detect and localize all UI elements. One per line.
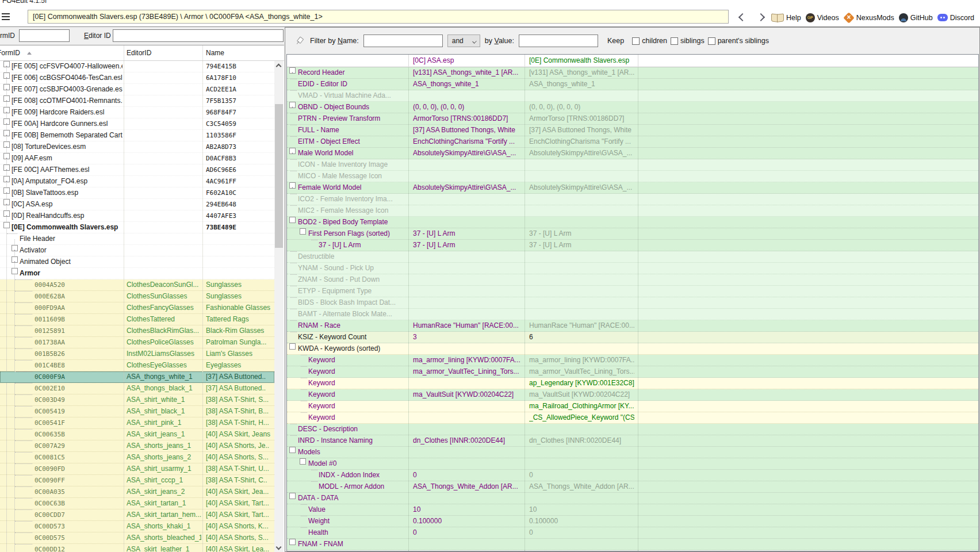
nav-back-icon[interactable] xyxy=(738,13,747,21)
field-row[interactable]: MICO - Male Message Icon xyxy=(287,171,978,182)
tree-row-record[interactable]: 0C00C63BASA_skirt_tartan_1[40] ASA Skirt… xyxy=(0,498,274,509)
toolbar-link-nexusmods[interactable]: NexusMods xyxy=(844,14,894,22)
tree-row[interactable]: +Animated Object xyxy=(0,256,274,268)
children-checkbox[interactable] xyxy=(632,37,640,45)
editorid-search-input[interactable] xyxy=(113,29,284,42)
scroll-down-icon[interactable] xyxy=(276,545,282,550)
tree-row-record[interactable]: 0C007A29ASA_shorts_jeans_1[40] ASA Short… xyxy=(0,440,274,452)
tree-row-record[interactable]: 0C005419ASA_shirt_black_1[38] ASA T-Shir… xyxy=(0,406,274,417)
field-row[interactable]: ICO2 - Female Inventory Ima... xyxy=(287,194,978,205)
scroll-up-icon[interactable] xyxy=(276,64,282,70)
expand-icon[interactable]: + xyxy=(289,148,296,154)
field-row[interactable]: KSIZ - Keyword Count36 xyxy=(287,332,978,343)
tree-row[interactable]: -Armor xyxy=(0,268,274,279)
tree-row[interactable]: +Activator xyxy=(0,245,274,256)
field-row[interactable]: FULL - Name[37] ASA Buttoned Thongs, Whi… xyxy=(287,125,978,136)
field-row[interactable]: -Model #0 xyxy=(287,458,978,470)
column-header-formid[interactable]: FormID xyxy=(0,49,20,57)
expand-icon[interactable]: + xyxy=(3,164,10,171)
field-row[interactable]: -Models xyxy=(287,447,978,458)
breadcrumb[interactable]: [0E] Commonwealth Slavers.esp (73BE489E)… xyxy=(28,10,729,24)
field-row[interactable]: ETYP - Equipment Type xyxy=(287,286,978,297)
field-row[interactable]: +OBND - Object Bounds(0, 0, 0), (0, 0, 0… xyxy=(287,102,978,113)
field-row[interactable]: INRD - Instance Namingdn_Clothes [INNR:0… xyxy=(287,435,978,447)
filter-name-input[interactable] xyxy=(363,34,443,47)
field-row[interactable]: -DATA - DATA xyxy=(287,493,978,504)
collapse-icon[interactable]: - xyxy=(289,217,296,223)
field-row[interactable]: +Male World ModelAbsolutelySkimpyAttire\… xyxy=(287,148,978,159)
tree-row[interactable]: +[FE 009] Hardcore Raiders.esl968F84F7 xyxy=(0,107,274,118)
field-row[interactable]: 37 - [U] L Arm37 - [U] L Arm37 - [U] L A… xyxy=(287,240,978,251)
tree-row[interactable]: +[FE 005] ccFSVFO4007-Halloween.esl794E4… xyxy=(0,61,274,72)
field-row[interactable]: Health00 xyxy=(287,527,978,539)
expand-icon[interactable]: + xyxy=(3,107,10,113)
tree-row-record[interactable]: 001B5B26InstM02LiamsGlassesLiam's Glasse… xyxy=(0,348,274,360)
tree-row-record[interactable]: 0C0090FFASA_shirt_cccp_1[38] ASA T-Shirt… xyxy=(0,475,274,486)
tree-row-record[interactable]: 0C00DD12ASA_skirt_leather_1[40] ASA Skir… xyxy=(0,544,274,552)
tree-row-record[interactable]: 00125891ClothesBlackRimGlas...Black-Rim … xyxy=(0,325,274,337)
filter-value-input[interactable] xyxy=(519,34,598,47)
tree-row[interactable]: +[08] TortureDevices.esmAB2A8D73 xyxy=(0,141,274,153)
collapse-icon[interactable]: - xyxy=(12,268,18,274)
tree-row-record[interactable]: 0C00D575ASA_shorts_bleached_1[40] ASA Sh… xyxy=(0,532,274,544)
tree-row[interactable]: +[FE 00A] Hardcore Gunners.eslC3C54059 xyxy=(0,118,274,130)
column-header-asa-esp[interactable]: [0C] ASA.esp xyxy=(413,56,522,64)
collapse-icon[interactable]: - xyxy=(289,493,296,499)
tree-row-record[interactable]: 0C0090FDASA_shirt_usarmy_1[38] ASA T-Shi… xyxy=(0,463,274,475)
collapse-icon[interactable]: - xyxy=(3,222,10,228)
expand-icon[interactable]: + xyxy=(12,256,18,263)
field-row[interactable]: EDID - Editor IDASA_thongs_white_1ASA_th… xyxy=(287,79,978,90)
field-row[interactable]: Keywordma_VaultSuit [KYWD:00204C22]ma_Va… xyxy=(287,389,978,401)
tree-row[interactable]: +[FE 006] ccBGSFO4046-TesCan.esl6A178F10 xyxy=(0,72,274,84)
field-row[interactable]: DESC - Description xyxy=(287,424,978,435)
field-row[interactable]: RNAM - RaceHumanRace "Human" [RACE:00...… xyxy=(287,320,978,332)
field-row[interactable]: Value1010 xyxy=(287,504,978,516)
column-header-name[interactable]: Name xyxy=(206,49,224,57)
field-row[interactable]: +Female World ModelAbsolutelySkimpyAttir… xyxy=(287,182,978,194)
tree-row-record[interactable]: 0C00A035ASA_skirt_jeans_2[40] ASA Skirt,… xyxy=(0,486,274,498)
tree-row-record[interactable]: 001C4BE8ClothesEyeGlassesEyeglasses xyxy=(0,360,274,371)
tree-row-record[interactable]: 0C003D49ASA_shirt_white_1[38] ASA T-Shir… xyxy=(0,394,274,406)
toolbar-link-discord[interactable]: Discord xyxy=(937,14,974,22)
expand-icon[interactable]: + xyxy=(3,187,10,194)
filter-operator-select[interactable]: and xyxy=(447,34,480,47)
field-row[interactable]: -KWDA - Keywords (sorted) xyxy=(287,343,978,355)
expand-icon[interactable]: + xyxy=(3,141,10,148)
expand-icon[interactable]: + xyxy=(3,84,10,90)
column-header-editorid[interactable]: EditorID xyxy=(127,49,151,57)
field-row[interactable]: -FNAM - FNAM xyxy=(287,539,978,550)
field-row[interactable]: Weight0.1000000.100000 xyxy=(287,516,978,527)
field-row[interactable]: Keywordma_armor_lining [KYWD:0007FA...ma… xyxy=(287,355,978,366)
expand-icon[interactable]: + xyxy=(3,176,10,182)
tree-row[interactable]: +[09] AAF.esmD0ACF8B3 xyxy=(0,153,274,164)
expand-icon[interactable]: + xyxy=(289,102,296,108)
menu-icon[interactable] xyxy=(2,13,10,20)
tree-row[interactable]: +[FE 007] ccSBJFO4003-Grenade.eslACD2EE1… xyxy=(0,84,274,95)
expand-icon[interactable]: + xyxy=(3,61,10,67)
tree-row-record[interactable]: 0011609BClothesTatteredTattered Rags xyxy=(0,314,274,325)
field-row[interactable]: Destructible xyxy=(287,251,978,263)
field-row[interactable]: -First Person Flags (sorted)37 - [U] L A… xyxy=(287,228,978,240)
expand-icon[interactable]: + xyxy=(3,95,10,102)
expand-icon[interactable]: + xyxy=(3,199,10,205)
field-row[interactable]: ICON - Male Inventory Image xyxy=(287,159,978,171)
parent-s-siblings-checkbox[interactable] xyxy=(708,37,715,45)
expand-icon[interactable]: + xyxy=(3,118,10,125)
field-row[interactable]: EITM - Object EffectEnchClothingCharisma… xyxy=(287,136,978,148)
field-row[interactable]: BIDS - Block Bash Impact Dat... xyxy=(287,297,978,309)
expand-icon[interactable]: + xyxy=(289,67,296,74)
field-row[interactable]: ZNAM - Sound - Put Down xyxy=(287,274,978,286)
tree-row-record[interactable]: 0C00D573ASA_shorts_khaki_1[40] ASA Short… xyxy=(0,521,274,532)
tree-row[interactable]: -[0E] Commonwealth Slavers.esp73BE489E xyxy=(0,222,274,233)
toolbar-link-github[interactable]: GitHub xyxy=(899,13,933,22)
tree-row[interactable]: +[0C] ASA.esp294EB648 xyxy=(0,199,274,210)
collapse-icon[interactable]: - xyxy=(289,447,296,453)
field-row[interactable]: -BOD2 - Biped Body Template xyxy=(287,217,978,228)
collapse-icon[interactable]: - xyxy=(300,458,306,465)
tree-row-record[interactable]: 001738AAClothesPoliceGlassesPatrolman Su… xyxy=(0,337,274,348)
tree-row[interactable]: +[0B] SlaveTattoos.espF602A10C xyxy=(0,187,274,199)
tree-row-record[interactable]: 0C000F9AASA_thongs_white_1[37] ASA Butto… xyxy=(0,371,274,383)
expand-icon[interactable]: + xyxy=(3,130,10,136)
expand-icon[interactable]: + xyxy=(3,153,10,159)
field-row[interactable]: BAMT - Alternate Block Mate... xyxy=(287,309,978,320)
